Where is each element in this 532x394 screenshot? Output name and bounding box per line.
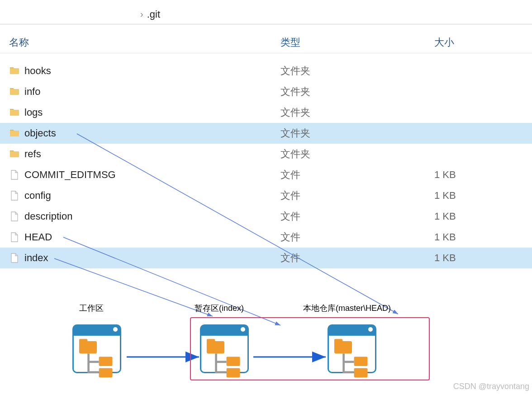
item-size: 1 KB	[434, 231, 532, 243]
item-name: info	[24, 86, 40, 98]
list-item[interactable]: refs文件夹	[0, 144, 532, 164]
column-header-type[interactable]: 类型	[280, 36, 434, 49]
item-name: objects	[24, 127, 56, 139]
column-headers: 名称 类型 大小	[0, 32, 532, 53]
list-item[interactable]: index文件1 KB	[0, 248, 532, 268]
item-type: 文件夹	[280, 127, 434, 140]
breadcrumb[interactable]: › .git	[0, 5, 532, 24]
svg-rect-10	[207, 339, 215, 343]
file-icon	[9, 253, 20, 263]
list-item[interactable]: objects文件夹	[0, 123, 532, 144]
file-icon	[9, 190, 20, 201]
diagram-box-work	[72, 324, 121, 373]
folder-tree-icon	[331, 338, 373, 380]
list-item[interactable]: info文件夹	[0, 81, 532, 102]
diagram-label-work: 工作区	[79, 303, 104, 314]
folder-icon	[9, 66, 20, 76]
item-type: 文件	[280, 189, 434, 202]
item-name: refs	[24, 148, 41, 160]
item-name: COMMIT_EDITMSG	[24, 169, 116, 181]
svg-rect-14	[334, 339, 342, 343]
item-name: config	[24, 190, 51, 202]
item-name: logs	[24, 107, 43, 118]
item-name: description	[24, 211, 72, 222]
folder-icon	[9, 107, 20, 118]
watermark: CSDN @trayvontang	[453, 382, 529, 391]
svg-rect-6	[79, 339, 87, 343]
file-list: hooks文件夹info文件夹logs文件夹objects文件夹refs文件夹C…	[0, 61, 532, 268]
chevron-right-icon: ›	[140, 9, 143, 19]
list-item[interactable]: HEAD文件1 KB	[0, 227, 532, 248]
svg-rect-8	[99, 368, 113, 378]
diagram-box-repo	[328, 324, 376, 373]
list-item[interactable]: logs文件夹	[0, 102, 532, 123]
column-header-name[interactable]: 名称	[0, 36, 280, 49]
item-size: 1 KB	[434, 169, 532, 181]
file-icon	[9, 169, 20, 180]
item-name: HEAD	[24, 231, 52, 243]
svg-rect-15	[354, 356, 368, 366]
item-type: 文件	[280, 230, 434, 244]
folder-icon	[9, 128, 20, 139]
folder-icon	[9, 86, 20, 97]
file-icon	[9, 211, 20, 222]
item-type: 文件夹	[280, 106, 434, 119]
svg-rect-7	[99, 356, 113, 366]
column-header-size[interactable]: 大小	[434, 36, 532, 49]
diagram-box-stage	[200, 324, 249, 373]
item-name: index	[24, 252, 48, 264]
list-item[interactable]: config文件1 KB	[0, 185, 532, 206]
item-type: 文件夹	[280, 64, 434, 78]
breadcrumb-current: .git	[147, 9, 160, 20]
list-item[interactable]: description文件1 KB	[0, 206, 532, 227]
diagram-label-repo: 本地仓库(master\HEAD)	[303, 303, 391, 314]
list-item[interactable]: COMMIT_EDITMSG文件1 KB	[0, 164, 532, 185]
svg-rect-11	[227, 356, 240, 366]
item-type: 文件	[280, 168, 434, 182]
item-size: 1 KB	[434, 190, 532, 202]
git-workflow-diagram: 工作区 暂存区(index) 本地仓库(master\HEAD)	[63, 303, 434, 393]
item-type: 文件夹	[280, 147, 434, 161]
item-size: 1 KB	[434, 211, 532, 222]
svg-rect-16	[354, 368, 368, 378]
item-size: 1 KB	[434, 252, 532, 264]
list-item[interactable]: hooks文件夹	[0, 61, 532, 81]
file-icon	[9, 232, 20, 243]
item-name: hooks	[24, 65, 51, 77]
svg-rect-12	[227, 368, 240, 378]
item-type: 文件夹	[280, 85, 434, 98]
folder-tree-icon	[76, 338, 118, 380]
item-type: 文件	[280, 210, 434, 223]
folder-tree-icon	[204, 338, 245, 380]
folder-icon	[9, 149, 20, 159]
diagram-label-stage: 暂存区(index)	[195, 303, 244, 314]
item-type: 文件	[280, 251, 434, 265]
